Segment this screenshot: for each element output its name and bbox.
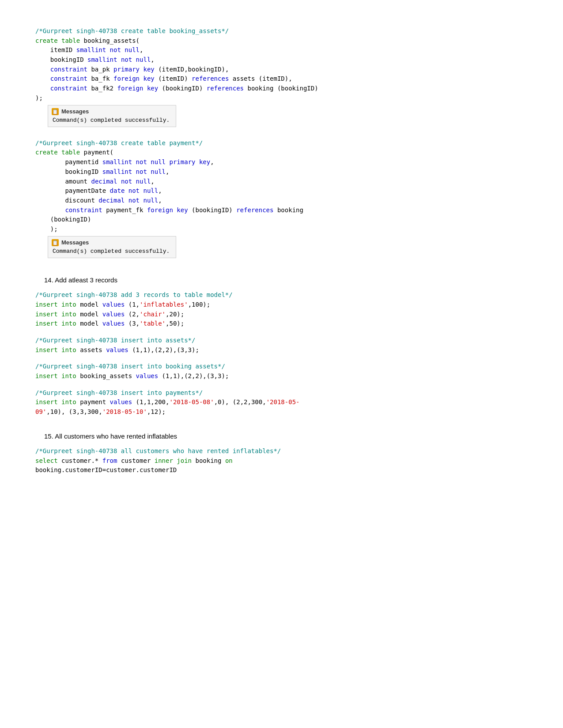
code-booking-assets: /*Gurpreet singh-40738 create table book… <box>35 26 528 103</box>
code-block-assets-insert: /*Gurpreet singh-40738 insert into asset… <box>35 336 528 355</box>
message-icon-2: 📋 <box>52 239 59 246</box>
code-payment-insert: /*Gurpreet singh-40738 insert into payme… <box>35 388 528 417</box>
code-block-booking-assets-insert: /*Gurpreet singh-40738 insert into booki… <box>35 362 528 381</box>
code-block-payment: /*Gurpreet singh-40738 create table paym… <box>35 139 528 263</box>
code-assets-insert: /*Gurpreet singh-40738 insert into asset… <box>35 336 528 355</box>
message-title-1: 📋 Messages <box>52 107 170 116</box>
message-content-1: Command(s) completed successfully. <box>52 116 170 125</box>
section-15-heading: 15. All customers who have rented inflat… <box>35 431 528 441</box>
message-icon-1: 📋 <box>52 108 59 115</box>
message-box-1: 📋 Messages Command(s) completed successf… <box>48 105 176 127</box>
code-payment: /*Gurpreet singh-40738 create table paym… <box>35 139 528 234</box>
page-container: /*Gurpreet singh-40738 create table book… <box>35 26 528 475</box>
message-label-2: Messages <box>61 238 89 247</box>
code-select-customers: /*Gurpreet singh-40738 all customers who… <box>35 447 528 475</box>
message-box-2: 📋 Messages Command(s) completed successf… <box>48 236 176 258</box>
code-block-payment-insert: /*Gurpreet singh-40738 insert into payme… <box>35 388 528 417</box>
code-model-insert: /*Gurpreet singh-40738 add 3 records to … <box>35 290 528 329</box>
code-booking-assets-insert: /*Gurpreet singh-40738 insert into booki… <box>35 362 528 381</box>
code-block-select-customers: /*Gurpreet singh-40738 all customers who… <box>35 447 528 475</box>
code-block-model-insert: /*Gurpreet singh-40738 add 3 records to … <box>35 290 528 329</box>
code-block-booking-assets: /*Gurpreet singh-40738 create table book… <box>35 26 528 131</box>
message-content-2: Command(s) completed successfully. <box>52 247 170 256</box>
section-14-heading: 14. Add atleast 3 records <box>35 275 528 285</box>
message-label-1: Messages <box>61 107 89 116</box>
message-title-2: 📋 Messages <box>52 238 170 247</box>
